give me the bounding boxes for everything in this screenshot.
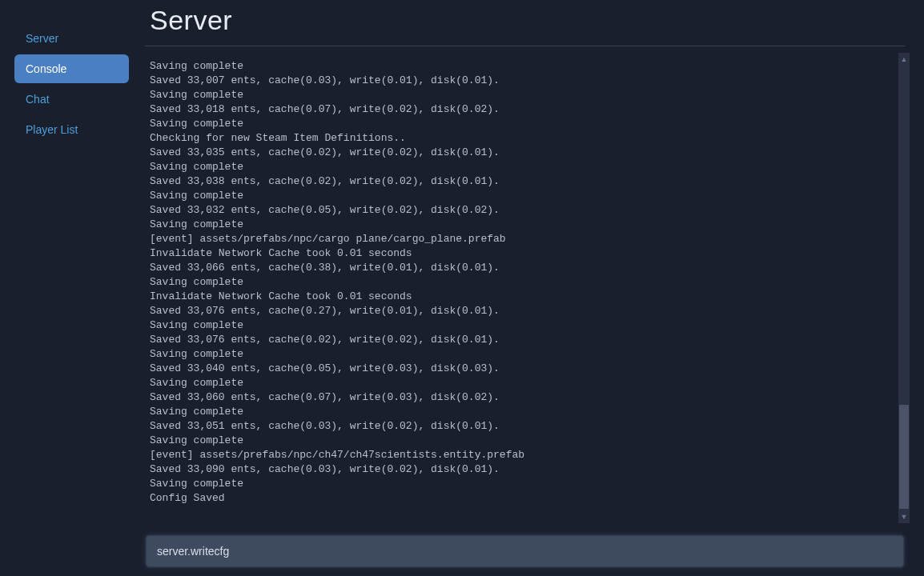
scrollbar-track[interactable]: ▲ ▼ (898, 53, 910, 523)
page-title: Server (150, 5, 900, 36)
command-input-row (140, 523, 910, 576)
scroll-down-arrow-icon[interactable]: ▼ (898, 510, 910, 523)
command-input[interactable] (145, 534, 905, 568)
scroll-up-arrow-icon[interactable]: ▲ (898, 53, 910, 66)
header: Server (140, 0, 910, 46)
console-wrap: Saving complete Saved 33,007 ents, cache… (140, 53, 910, 523)
header-divider (145, 46, 905, 46)
sidebar: Server Console Chat Player List (0, 0, 140, 576)
main-content: Server Saving complete Saved 33,007 ents… (140, 0, 924, 576)
sidebar-item-chat[interactable]: Chat (14, 85, 129, 114)
sidebar-item-server[interactable]: Server (14, 24, 129, 53)
console-output[interactable]: Saving complete Saved 33,007 ents, cache… (140, 53, 898, 523)
scrollbar-thumb[interactable] (899, 405, 909, 509)
sidebar-item-console[interactable]: Console (14, 54, 129, 83)
sidebar-item-player-list[interactable]: Player List (14, 115, 129, 144)
